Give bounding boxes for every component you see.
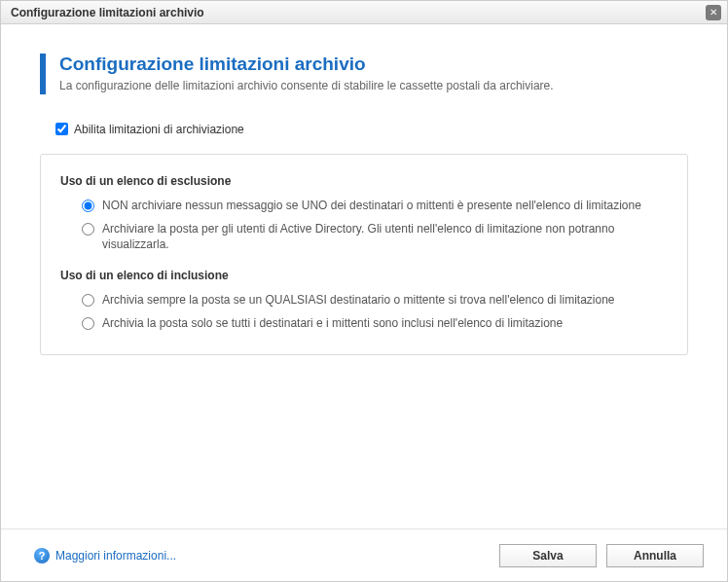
- header-accent-bar: [40, 54, 46, 94]
- help-link-label: Maggiori informazioni...: [55, 549, 176, 563]
- inclusion-radio-all[interactable]: [82, 317, 94, 330]
- page-header: Configurazione limitazioni archivio La c…: [40, 54, 688, 94]
- inclusion-section-title: Uso di un elenco di inclusione: [60, 269, 672, 282]
- exclusion-option-1: Archiviare la posta per gli utenti di Ac…: [82, 221, 672, 252]
- cancel-button[interactable]: Annulla: [606, 544, 704, 567]
- exclusion-radio-ad-users[interactable]: [82, 223, 94, 236]
- inclusion-radio-all-label[interactable]: Archivia la posta solo se tutti i destin…: [102, 315, 563, 331]
- enable-limitations-checkbox[interactable]: [55, 123, 68, 135]
- content-area: Configurazione limitazioni archivio La c…: [1, 24, 727, 528]
- help-icon: ?: [34, 548, 50, 564]
- header-text-block: Configurazione limitazioni archivio La c…: [59, 54, 554, 92]
- exclusion-section-title: Uso di un elenco di esclusione: [60, 174, 672, 188]
- close-button[interactable]: ✕: [706, 5, 721, 20]
- footer: ? Maggiori informazioni... Salva Annulla: [1, 528, 727, 581]
- enable-limitations-row: Abilita limitazioni di archiviazione: [52, 120, 688, 138]
- page-title: Configurazione limitazioni archivio: [59, 54, 554, 75]
- exclusion-option-0: NON archiviare nessun messaggio se UNO d…: [82, 198, 672, 213]
- enable-limitations-label[interactable]: Abilita limitazioni di archiviazione: [74, 123, 244, 136]
- exclusion-radio-no-archive-label[interactable]: NON archiviare nessun messaggio se UNO d…: [102, 198, 641, 213]
- footer-buttons: Salva Annulla: [499, 544, 704, 567]
- window-title: Configurazione limitazioni archivio: [11, 6, 204, 19]
- inclusion-option-1: Archivia la posta solo se tutti i destin…: [82, 315, 672, 331]
- dialog-window: Configurazione limitazioni archivio ✕ Co…: [0, 0, 728, 582]
- inclusion-radio-any-label[interactable]: Archivia sempre la posta se un QUALSIASI…: [102, 292, 615, 308]
- exclusion-radio-no-archive[interactable]: [82, 200, 94, 212]
- help-link[interactable]: ? Maggiori informazioni...: [34, 548, 176, 564]
- inclusion-option-0: Archivia sempre la posta se un QUALSIASI…: [82, 292, 672, 308]
- save-button[interactable]: Salva: [499, 544, 597, 567]
- exclusion-radio-ad-users-label[interactable]: Archiviare la posta per gli utenti di Ac…: [102, 221, 672, 252]
- options-fieldset: Uso di un elenco di esclusione NON archi…: [40, 154, 688, 355]
- page-subtitle: La configurazione delle limitazioni arch…: [59, 79, 554, 92]
- inclusion-radio-any[interactable]: [82, 294, 94, 307]
- titlebar: Configurazione limitazioni archivio ✕: [1, 1, 727, 24]
- close-icon: ✕: [710, 8, 717, 18]
